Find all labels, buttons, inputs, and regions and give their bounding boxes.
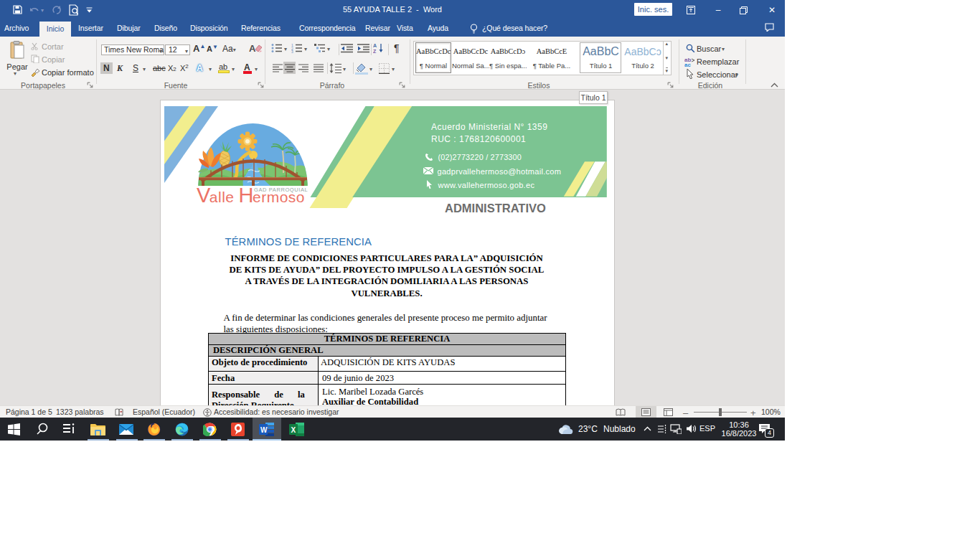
svg-text:Z: Z	[373, 49, 377, 54]
svg-text:ac: ac	[684, 62, 691, 67]
svg-text:A: A	[373, 43, 377, 48]
svg-text:W: W	[260, 426, 268, 434]
svg-text:3: 3	[291, 50, 293, 53]
svg-text:X: X	[291, 426, 296, 434]
svg-text:A: A	[249, 43, 256, 54]
